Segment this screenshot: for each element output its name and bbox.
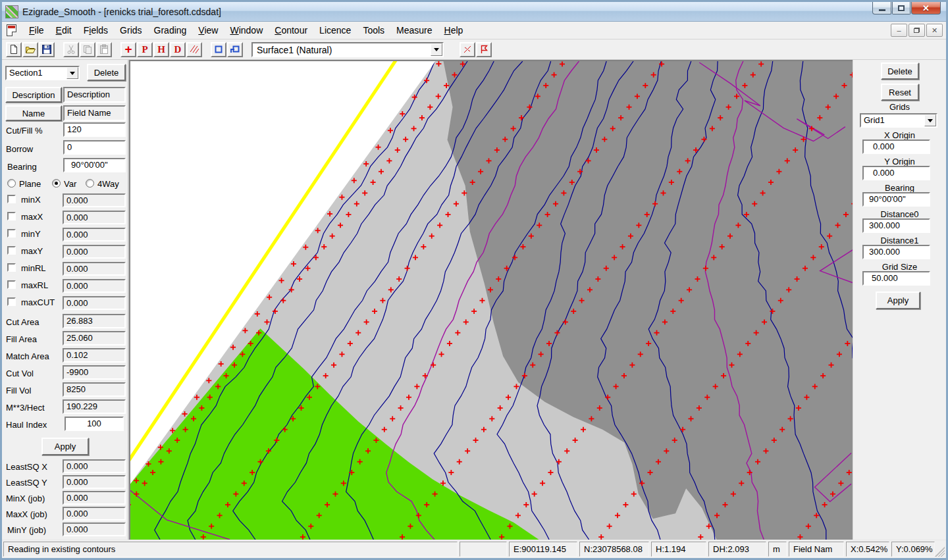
fourway-radio[interactable] <box>86 179 94 188</box>
description-button[interactable]: Description <box>5 87 62 103</box>
maxcut-field[interactable]: 0.000 <box>63 296 126 310</box>
borrow-input[interactable]: 0 <box>63 140 126 155</box>
fill-area-field: 25.060 <box>63 331 126 345</box>
flag-button[interactable] <box>476 42 492 57</box>
name-button[interactable]: Name <box>5 105 62 121</box>
maxrl-field[interactable]: 0.000 <box>63 279 126 293</box>
slope-button[interactable] <box>460 42 475 57</box>
surface-select-arrow[interactable] <box>431 43 442 56</box>
save-button[interactable] <box>39 42 55 57</box>
window-pan-button[interactable] <box>227 42 243 57</box>
hatch-button[interactable] <box>186 42 202 57</box>
h-toggle-button[interactable]: H <box>153 42 169 57</box>
minx-checkbox[interactable] <box>7 195 16 203</box>
field-name-field[interactable]: Field Name <box>63 105 126 121</box>
map-canvas[interactable] <box>130 61 853 540</box>
status-dh: DH:2.093 <box>708 542 766 557</box>
miny-field[interactable]: 0.000 <box>63 228 126 242</box>
mdi-close-button[interactable]: ✕ <box>926 24 943 37</box>
maxy-checkbox[interactable] <box>7 246 16 255</box>
maxrl-checkbox[interactable] <box>7 280 16 289</box>
maxx-field[interactable]: 0.000 <box>63 211 126 224</box>
minx-field[interactable]: 0.000 <box>63 193 126 207</box>
menu-item-edit[interactable]: Edit <box>50 22 78 39</box>
menu-item-grids[interactable]: Grids <box>114 22 147 39</box>
y-origin-label: Y Origin <box>853 157 946 166</box>
grid-size-input[interactable]: 50.000 <box>862 271 930 286</box>
minimize-button[interactable] <box>872 2 891 14</box>
grids-panel: Delete Reset Grids Grid1 X Origin 0.000 … <box>853 60 946 540</box>
grid-delete-button[interactable]: Delete <box>881 63 919 80</box>
d-toggle-button[interactable]: D <box>170 42 186 57</box>
miny-job-field: 0.000 <box>63 522 126 536</box>
close-icon: ✕ <box>922 4 930 13</box>
menu-item-window[interactable]: Window <box>224 22 269 39</box>
restore-icon <box>914 28 920 33</box>
distance1-input[interactable]: 300.000 <box>862 245 930 259</box>
section-select-arrow[interactable] <box>66 67 78 79</box>
menu-item-licence[interactable]: Licence <box>313 22 357 39</box>
maxy-field[interactable]: 0.000 <box>63 245 126 259</box>
copy-button[interactable] <box>80 42 95 57</box>
borrow-label: Borrow <box>6 144 33 154</box>
grid-select[interactable]: Grid1 <box>860 113 937 128</box>
bearing-input[interactable]: 90°00'00" <box>63 158 126 172</box>
bearing-label: Bearing <box>7 162 37 172</box>
status-bar: Reading in existing contours E:900119.14… <box>2 540 946 558</box>
leastsq-x-label: LeastSQ X <box>6 462 47 472</box>
minrl-field[interactable]: 0.000 <box>63 262 126 276</box>
new-file-button[interactable] <box>6 42 22 57</box>
paste-button[interactable] <box>96 42 112 57</box>
minimize-icon <box>879 9 885 11</box>
menu-item-help[interactable]: Help <box>438 22 469 39</box>
grid-reset-button[interactable]: Reset <box>881 84 919 101</box>
resize-grip[interactable] <box>935 547 945 557</box>
menu-item-measure[interactable]: Measure <box>390 22 438 39</box>
surface-select[interactable]: Surface1 (Natural) <box>251 42 444 57</box>
cut-button[interactable] <box>63 42 79 57</box>
menu-item-file[interactable]: File <box>23 22 50 39</box>
document-icon[interactable] <box>7 24 16 36</box>
menu-item-fields[interactable]: Fields <box>78 22 114 39</box>
maxcut-checkbox[interactable] <box>7 297 16 306</box>
minrl-checkbox[interactable] <box>7 263 16 272</box>
match-area-field: 0.102 <box>63 348 126 363</box>
open-file-button[interactable] <box>22 42 38 57</box>
window-zoom-button[interactable] <box>211 42 226 57</box>
chevron-down-icon <box>434 48 439 54</box>
maxx-job-field: 0.000 <box>63 507 126 521</box>
mdi-minimize-button[interactable]: ‒ <box>891 24 907 37</box>
miny-checkbox[interactable] <box>7 229 16 238</box>
cut-area-label: Cut Area <box>6 317 40 327</box>
surface-select-value: Surface1 (Natural) <box>253 43 431 56</box>
y-origin-input[interactable]: 0.000 <box>862 166 930 180</box>
section-delete-button[interactable]: Delete <box>87 64 126 81</box>
close-button[interactable]: ✕ <box>911 2 941 14</box>
apply-button[interactable]: Apply <box>41 438 89 455</box>
grid-bearing-input[interactable]: 90°00'00" <box>862 192 930 207</box>
menu-item-tools[interactable]: Tools <box>357 22 390 39</box>
plane-radio[interactable] <box>7 179 16 188</box>
section-select[interactable]: Section1 <box>5 66 80 80</box>
menu-item-contour[interactable]: Contour <box>269 22 313 39</box>
grid-select-arrow[interactable] <box>924 115 936 126</box>
grid-apply-button[interactable]: Apply <box>876 292 920 309</box>
leastsq-y-label: LeastSQ Y <box>6 478 47 488</box>
var-radio[interactable] <box>52 179 61 188</box>
haul-index-input[interactable]: 100 <box>65 417 124 431</box>
chevron-down-icon <box>928 119 933 125</box>
menu-item-grading[interactable]: Grading <box>148 22 193 39</box>
menu-bar: FileEditFieldsGridsGradingViewWindowCont… <box>2 22 946 39</box>
description-field[interactable]: Description <box>63 87 126 103</box>
maximize-button[interactable] <box>892 2 910 14</box>
distance0-input[interactable]: 300.000 <box>862 218 930 233</box>
cut-fill-input[interactable]: 120 <box>63 122 126 137</box>
add-point-button[interactable]: + <box>120 42 136 57</box>
p-toggle-button[interactable]: P <box>137 42 153 57</box>
maxx-checkbox[interactable] <box>7 212 16 220</box>
match-area-label: Match Area <box>6 351 49 361</box>
new-page-icon <box>9 44 19 55</box>
menu-item-view[interactable]: View <box>192 22 224 39</box>
mdi-restore-button[interactable] <box>908 24 925 37</box>
x-origin-input[interactable]: 0.000 <box>862 140 930 154</box>
